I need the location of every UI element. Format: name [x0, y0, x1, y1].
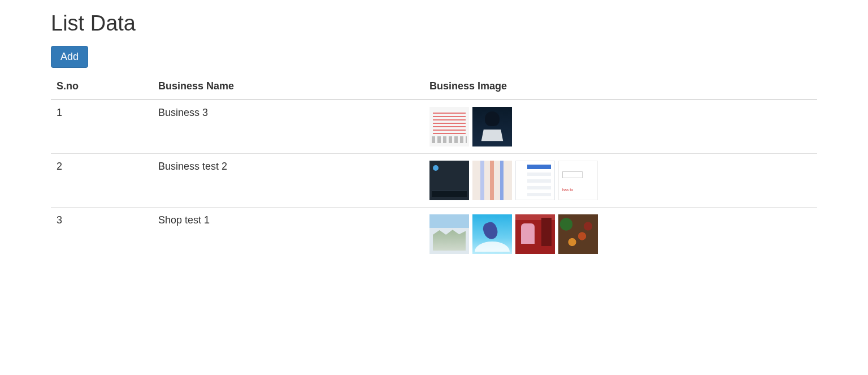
cell-sno: 3 — [51, 208, 153, 261]
cell-business-name: Business test 2 — [153, 154, 424, 208]
col-header-name: Business Name — [153, 74, 424, 100]
business-image-thumbnail[interactable] — [515, 161, 555, 200]
business-image-thumbnail[interactable] — [429, 161, 469, 200]
cell-sno: 2 — [51, 154, 153, 208]
cell-business-name: Business 3 — [153, 100, 424, 154]
add-button[interactable]: Add — [51, 46, 88, 68]
cell-business-image — [424, 208, 817, 261]
business-image-thumbnail[interactable] — [558, 214, 598, 254]
business-table: S.no Business Name Business Image 1Busin… — [51, 74, 817, 261]
business-image-thumbnail[interactable] — [472, 107, 512, 146]
table-row: 2Business test 2 — [51, 154, 817, 208]
business-image-thumbnail[interactable] — [558, 161, 598, 200]
business-image-thumbnail[interactable] — [472, 161, 512, 200]
col-header-sno: S.no — [51, 74, 153, 100]
cell-business-name: Shop test 1 — [153, 208, 424, 261]
page-title: List Data — [51, 11, 817, 36]
business-image-thumbnail[interactable] — [472, 214, 512, 254]
business-image-thumbnail[interactable] — [429, 107, 469, 146]
cell-sno: 1 — [51, 100, 153, 154]
table-row: 1Business 3 — [51, 100, 817, 154]
cell-business-image — [424, 154, 817, 208]
table-row: 3Shop test 1 — [51, 208, 817, 261]
col-header-image: Business Image — [424, 74, 817, 100]
business-image-thumbnail[interactable] — [515, 214, 555, 254]
business-image-thumbnail[interactable] — [429, 214, 469, 254]
cell-business-image — [424, 100, 817, 154]
